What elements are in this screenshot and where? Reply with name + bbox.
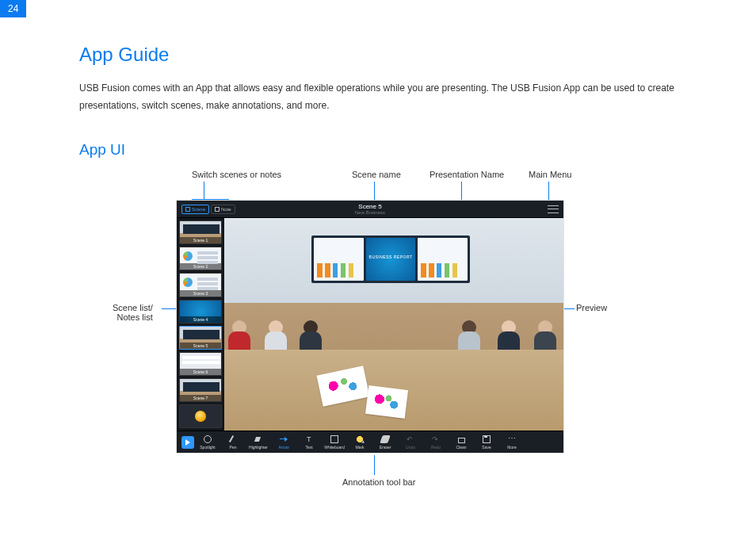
leader-line [548,182,549,200]
tab-note[interactable]: Note [211,205,235,214]
app-ui-diagram: Switch scenes or notes Scene name Presen… [168,170,612,487]
clean-icon [457,435,465,443]
grid-icon [185,207,190,212]
callout-toolbar: Annotation tool bar [342,477,415,487]
tool-whiteboard[interactable]: Whiteboard [323,435,346,450]
bulb-icon [195,411,206,422]
tool-pen[interactable]: Pen [221,435,245,450]
add-scene-button[interactable] [179,404,222,428]
scene-thumb[interactable]: Scene 4 [179,300,222,324]
scene-thumb[interactable]: Scene 6 [179,352,222,376]
page-content: App Guide USB Fusion comes with an App t… [79,44,701,487]
highlighter-icon [254,435,262,443]
app-body: Scene 1 Scene 2 Scene 3 Scene 4 Scene 5 … [177,218,563,431]
callout-scene-list: Scene list/ Notes list [113,303,153,322]
section-heading: App UI [79,141,701,159]
tab-scene[interactable]: Scene [181,205,209,214]
intro-paragraph: USB Fusion comes with an App that allows… [79,80,701,114]
save-icon [483,435,491,443]
tool-more[interactable]: More [500,435,524,450]
paper-doc [365,385,408,419]
tool-save[interactable]: Save [475,435,498,450]
scene-thumb[interactable]: Scene 3 [179,273,222,297]
tool-clean[interactable]: Clean [449,435,473,450]
leader-line [204,182,204,200]
scene-list[interactable]: Scene 1 Scene 2 Scene 3 Scene 4 Scene 5 … [177,218,224,431]
app-screenshot: Scene Note Scene 5 New Business Scene 1 … [176,200,564,454]
tool-eraser[interactable]: Eraser [373,435,397,450]
tab-note-label: Note [221,207,231,212]
title-area: Scene 5 New Business [355,203,385,215]
tool-mark[interactable]: Mark [348,435,372,450]
wall-screen-center: BUSINESS REPORT [366,238,416,281]
presentation-name-text: New Business [355,210,385,215]
pen-icon [229,435,237,443]
menu-icon[interactable] [548,205,559,213]
text-icon [305,435,313,443]
callout-switch: Switch scenes or notes [192,170,281,179]
tool-spotlight[interactable]: Spotlight [196,435,220,450]
wall-screen-title: BUSINESS REPORT [366,255,416,259]
callout-preview: Preview [576,303,607,312]
scene-note-switcher[interactable]: Scene Note [181,205,235,214]
tool-text[interactable]: Text [297,435,321,450]
tool-redo[interactable]: Redo [424,435,448,450]
page-number-tab: 24 [0,0,26,17]
callout-presentation-name: Presentation Name [430,170,504,179]
redo-icon [432,435,440,443]
scene-thumb[interactable]: Scene 1 [179,220,222,244]
eraser-icon [380,435,391,443]
wall-display: BUSINESS REPORT [311,235,470,283]
arrow-icon [280,435,288,443]
scene-name-text: Scene 5 [355,203,385,210]
tool-highlighter[interactable]: Highlighter [246,435,270,450]
mark-icon [356,435,364,443]
preview-area[interactable]: BUSINESS REPORT [224,218,563,431]
tool-undo[interactable]: Undo [399,435,422,450]
page-heading: App Guide [79,44,701,66]
tab-scene-label: Scene [192,207,205,212]
tool-arrow[interactable]: Arrow [272,435,296,450]
note-icon [215,207,220,212]
scene-thumb-selected[interactable]: Scene 5 [179,326,222,350]
wall-screen-left [314,238,364,281]
callout-main-menu: Main Menu [529,170,571,179]
app-top-bar: Scene Note Scene 5 New Business [177,201,563,218]
annotation-toolbar: Spotlight Pen Highlighter Arrow Text Whi… [177,431,563,453]
spotlight-icon [204,435,212,443]
undo-icon [407,435,414,443]
play-button[interactable] [181,436,194,449]
leader-line [162,308,176,309]
scene-thumb[interactable]: Scene 7 [179,378,222,402]
more-icon [508,435,516,443]
wall-screen-right [418,238,468,281]
whiteboard-icon [330,435,338,443]
leader-line [374,455,375,475]
scene-thumb[interactable]: Scene 2 [179,247,222,270]
callout-scene-name: Scene name [352,170,401,179]
